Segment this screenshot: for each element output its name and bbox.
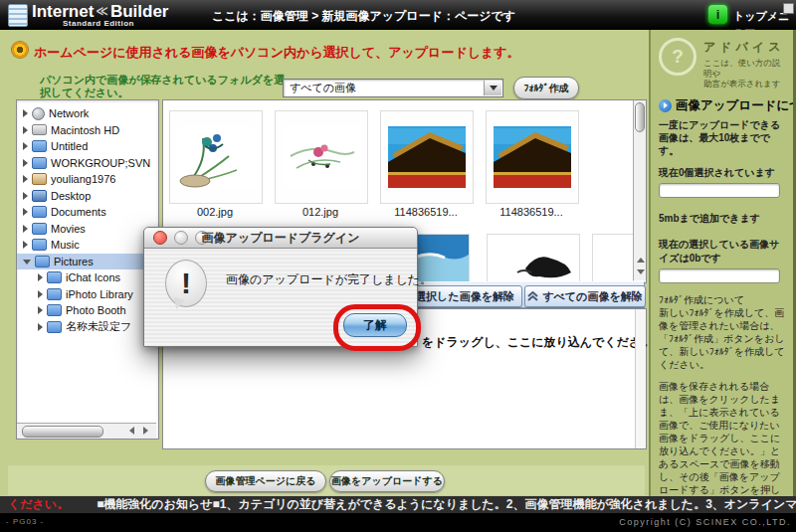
dialog-titlebar[interactable]: 画像アップロードプラグイン: [144, 228, 417, 249]
advice-subtitle: ここは、使い方の説明や 助言が表示されます: [703, 58, 786, 89]
thumbnail-label: 002.jpg: [168, 206, 262, 218]
tree-item-movies[interactable]: Movies: [17, 221, 158, 238]
folder-icon: [32, 206, 47, 218]
disclosure-triangle-open-icon[interactable]: [23, 260, 31, 265]
disclosure-triangle-icon[interactable]: [38, 273, 43, 281]
tree-item-label: 名称未設定フ: [66, 319, 131, 334]
chevron-down-icon[interactable]: [484, 81, 501, 95]
tree-item-network[interactable]: Network: [17, 105, 158, 122]
folder-dropdown[interactable]: すべての画像: [283, 79, 503, 97]
scroll-up-icon[interactable]: [637, 258, 645, 263]
tree-item-label: youliang1976: [51, 173, 115, 185]
deselect-label: 選択した画像を解除: [415, 289, 514, 304]
thumbnail-partial-ink[interactable]: [487, 234, 580, 283]
tree-item-documents[interactable]: Documents: [17, 204, 158, 221]
tree-item-label: Pictures: [54, 256, 94, 267]
disclosure-triangle-icon[interactable]: [23, 159, 28, 167]
horizontal-scrollbar[interactable]: [17, 423, 156, 439]
vertical-scrollbar[interactable]: [633, 100, 646, 280]
tree-item-pictures[interactable]: Pictures: [17, 254, 158, 270]
tree-item-untitled-folder[interactable]: 名称未設定フ: [17, 319, 158, 336]
app-logo-icon: [8, 4, 28, 27]
hard-drive-icon: [32, 124, 47, 135]
dialog-title: 画像アップロードプラグイン: [144, 230, 417, 247]
folder-icon: [47, 288, 62, 300]
ink-painting-image: [283, 126, 360, 188]
tree-item-desktop[interactable]: Desktop: [17, 188, 158, 205]
scrollbar-thumb[interactable]: [635, 102, 645, 132]
tree-item-label: WORKGROUP;SVN: [51, 157, 150, 169]
tree-item-iphoto-library[interactable]: iPhoto Library: [17, 286, 158, 303]
folder-help-text: 新しいﾌｫﾙﾀﾞを作成して、画像を管理されたい場合は、「ﾌｫﾙﾀﾞ作成」ボタンを…: [659, 306, 786, 371]
scroll-right-icon[interactable]: [143, 427, 148, 435]
logo-subtitle: Standard Edition: [63, 19, 134, 28]
folder-help-heading: ﾌｫﾙﾀﾞ作成について: [659, 293, 786, 306]
tree-item-youliang1976[interactable]: youliang1976: [17, 171, 158, 188]
disclosure-triangle-icon[interactable]: [38, 306, 43, 314]
tree-item-macintosh-hd[interactable]: Macintosh HD: [17, 122, 158, 139]
disclosure-triangle-icon[interactable]: [38, 323, 43, 331]
flower-icon: [12, 42, 28, 58]
ticker-text: ■機能強化のお知らせ■1、カテゴリの並び替えができるようになりました。2、画像管…: [97, 496, 796, 513]
dialog-message: 画像のアップロードが完了しました。: [226, 271, 432, 288]
tree-item-label: iChat Icons: [66, 271, 120, 283]
upload-images-button[interactable]: 画像をアップロードする: [329, 470, 445, 492]
thumbnail-temple-1[interactable]: [380, 110, 474, 204]
desktop-icon: [32, 190, 47, 202]
drop-area-scroll-track[interactable]: [635, 309, 646, 448]
deselect-image-button[interactable]: 選択した画像を解除: [407, 285, 522, 307]
disclosure-triangle-icon[interactable]: [23, 225, 28, 233]
thumbnail-temple-2[interactable]: [486, 110, 579, 204]
disclosure-triangle-icon[interactable]: [23, 192, 28, 200]
thumbnail-label: 114836519...: [485, 206, 578, 218]
tree-item-photo-booth[interactable]: Photo Booth: [17, 302, 158, 319]
tree-item-label: Desktop: [51, 190, 91, 202]
disclosure-triangle-icon[interactable]: [38, 290, 43, 298]
advice-header: ? アドバイス ここは、使い方の説明や 助言が表示されます: [659, 38, 786, 89]
disclosure-triangle-icon[interactable]: [23, 126, 28, 134]
tree-item-untitled[interactable]: Untitled: [17, 138, 158, 155]
thumbnail-label: 012.jpg: [274, 206, 367, 218]
tree-item-label: Macintosh HD: [51, 124, 119, 136]
tree-item-music[interactable]: Music: [17, 237, 158, 254]
advice-title: アドバイス: [703, 39, 786, 56]
file-tree: Network Macintosh HD Untitled WORKGROUP;…: [17, 100, 158, 335]
disclosure-triangle-icon[interactable]: [23, 208, 28, 216]
info-icon[interactable]: i: [708, 5, 727, 24]
thumbnail-012jpg[interactable]: [275, 110, 368, 204]
back-to-image-management-button[interactable]: 画像管理ページに戻る: [205, 470, 326, 492]
breadcrumb: ここは：画像管理 > 新規画像アップロード：ページです: [212, 8, 515, 25]
thumbnail-002jpg[interactable]: [169, 110, 263, 204]
advice-sub-line2: 助言が表示されます: [703, 79, 781, 89]
question-icon: ?: [659, 38, 696, 76]
scroll-left-icon[interactable]: [129, 427, 134, 435]
thumbnail-partial-cell[interactable]: [592, 234, 634, 283]
folder-icon: [47, 321, 62, 333]
current-size-bar: [659, 268, 780, 283]
tree-item-label: Documents: [51, 206, 106, 218]
ink-painting-image: [177, 126, 255, 188]
tree-item-label: Photo Booth: [66, 304, 126, 316]
folder-select-label: パソコン内で画像が保存されているフォルダを選択してください。: [40, 74, 289, 99]
disclosure-triangle-icon[interactable]: [23, 142, 28, 150]
disclosure-triangle-icon[interactable]: [23, 241, 28, 249]
scrollbar-thumb[interactable]: [22, 426, 103, 438]
ink-blob-image: [488, 235, 579, 282]
scroll-down-icon[interactable]: [637, 269, 645, 274]
disclosure-triangle-icon[interactable]: [23, 175, 28, 183]
home-icon: [32, 173, 47, 185]
thumbnail-label: 114836519...: [379, 206, 473, 218]
folder-icon: [47, 271, 62, 283]
news-ticker: ください。 ■機能強化のお知らせ■1、カテゴリの並び替えができるようになりました…: [0, 496, 796, 513]
tree-item-workgroup[interactable]: WORKGROUP;SVN: [17, 155, 158, 172]
tree-item-label: Movies: [51, 223, 86, 235]
file-tree-panel: Network Macintosh HD Untitled WORKGROUP;…: [16, 99, 159, 440]
header-bar: Internet≪Builder Standard Edition ここは：画像…: [0, 0, 796, 30]
create-folder-button[interactable]: ﾌｫﾙﾀﾞ作成: [513, 77, 579, 99]
ok-button[interactable]: 了解: [343, 313, 407, 337]
disclosure-triangle-icon[interactable]: [23, 109, 28, 117]
tree-item-ichat-icons[interactable]: iChat Icons: [17, 269, 158, 286]
deselect-all-button[interactable]: すべての画像を解除: [524, 285, 646, 307]
temple-photo-image: [494, 126, 571, 188]
tree-item-label: iPhoto Library: [66, 288, 133, 300]
